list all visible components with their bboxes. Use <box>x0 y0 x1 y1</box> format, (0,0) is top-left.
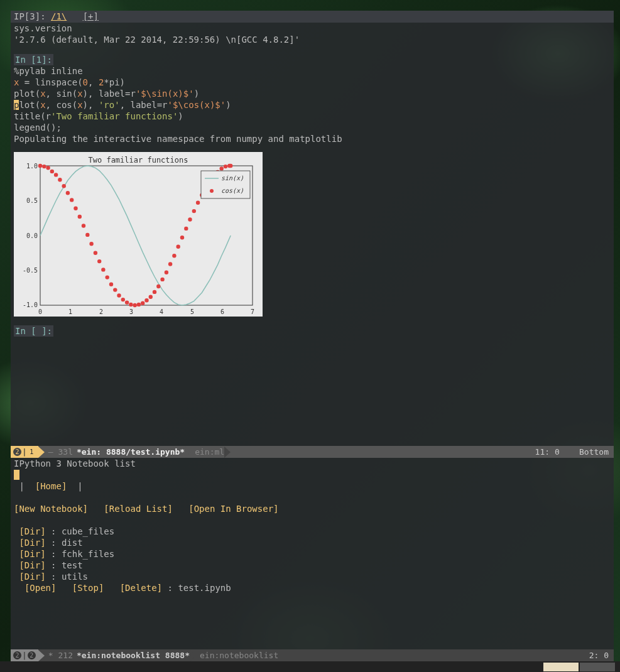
cell-prompt: In [1]: <box>14 54 53 65</box>
svg-text:7: 7 <box>251 308 254 315</box>
svg-point-14 <box>38 164 42 168</box>
svg-text:cos(x): cos(x) <box>221 187 244 194</box>
svg-point-46 <box>165 271 168 274</box>
code-line[interactable]: legend(); <box>14 122 611 133</box>
dir-tag[interactable]: [Dir] <box>19 572 45 582</box>
dir-name[interactable]: fchk_files <box>62 549 114 559</box>
svg-point-31 <box>106 275 109 279</box>
svg-point-28 <box>94 251 97 255</box>
svg-point-49 <box>177 245 180 249</box>
cell-prompt: In [ ]: <box>14 325 53 337</box>
dir-tag[interactable]: [Dir] <box>19 538 45 548</box>
dir-tag[interactable]: [Dir] <box>19 560 45 570</box>
list-item: [Dir] : test <box>14 560 611 571</box>
svg-point-17 <box>50 170 54 173</box>
svg-point-33 <box>113 288 117 291</box>
svg-text:6: 6 <box>220 308 224 315</box>
kernel-indicator[interactable]: /1\ <box>51 11 67 21</box>
svg-point-44 <box>156 285 160 288</box>
powerline-arrow-icon <box>224 447 231 458</box>
dir-name[interactable]: cube_files <box>62 526 114 536</box>
code-line[interactable]: x = linspace(0, 2*pi) <box>14 77 611 88</box>
svg-point-52 <box>188 217 192 221</box>
list-item: [Dir] : dist <box>14 537 611 548</box>
svg-point-16 <box>46 166 50 170</box>
svg-point-63 <box>229 164 232 168</box>
reload-list-button[interactable]: [Reload List] <box>104 504 173 514</box>
taskbar <box>0 661 620 672</box>
empty-cell[interactable]: In [ ]: <box>11 325 614 348</box>
svg-text:0.0: 0.0 <box>26 232 38 239</box>
svg-text:1: 1 <box>68 308 72 315</box>
dir-name[interactable]: utils <box>62 572 88 582</box>
powerline-arrow-icon <box>38 447 45 458</box>
cursor <box>14 470 19 480</box>
svg-point-23 <box>73 207 77 210</box>
open-notebook-button[interactable]: [Open] <box>24 583 57 593</box>
add-cell-button[interactable]: [+] <box>83 11 99 21</box>
notebook-filename[interactable]: test.ipynb <box>178 583 231 593</box>
svg-text:-1.0: -1.0 <box>23 301 38 308</box>
dir-tag[interactable]: [Dir] <box>19 526 45 536</box>
taskbar-button[interactable] <box>580 663 615 671</box>
modified-indicator: — 33l <box>45 446 77 458</box>
matplotlib-figure: Two familiar functions 1.0 0.5 0.0 -0.5 … <box>14 152 263 317</box>
notebooklist-window[interactable]: IPython 3 Notebook list | [Home] | [New … <box>11 458 614 649</box>
svg-point-51 <box>184 227 188 230</box>
dir-tag[interactable]: [Dir] <box>19 549 45 559</box>
dir-name[interactable]: dist <box>62 538 83 548</box>
svg-point-25 <box>82 224 85 227</box>
powerline-arrow-icon <box>185 447 191 458</box>
buffer-name[interactable]: *ein: 8888/test.ipynb* <box>77 446 185 458</box>
major-mode: ein:notebooklist <box>196 649 282 661</box>
svg-point-37 <box>129 303 133 306</box>
svg-point-42 <box>149 295 153 299</box>
dir-name[interactable]: test <box>62 560 83 570</box>
svg-point-50 <box>180 236 184 239</box>
svg-point-20 <box>62 184 66 188</box>
output-line: sys.version <box>14 23 611 34</box>
code-line[interactable]: %pylab inline <box>14 65 611 77</box>
buffer-name[interactable]: *ein:notebooklist 8888* <box>77 649 190 661</box>
svg-point-38 <box>133 303 137 307</box>
list-item: [Dir] : cube_files <box>14 526 611 537</box>
output-line: '2.7.6 (default, Mar 22 2014, 22:59:56) … <box>14 34 611 45</box>
svg-point-19 <box>58 178 62 182</box>
cell-output: Populating the interactive namespace fro… <box>14 133 611 144</box>
svg-point-35 <box>121 298 125 301</box>
delete-notebook-button[interactable]: [Delete] <box>120 583 162 593</box>
breadcrumb-home[interactable]: [Home] <box>35 481 67 491</box>
svg-point-24 <box>78 215 82 219</box>
svg-point-48 <box>172 254 176 257</box>
emacs-frame: IP[3]: /1\ [+] sys.version '2.7.6 (defau… <box>11 11 614 661</box>
svg-point-41 <box>144 298 148 302</box>
svg-point-36 <box>125 300 129 304</box>
stop-notebook-button[interactable]: [Stop] <box>72 583 104 593</box>
svg-text:3: 3 <box>129 308 133 315</box>
new-notebook-button[interactable]: [New Notebook] <box>14 504 88 514</box>
code-line[interactable]: title(r'Two familiar functions') <box>14 111 611 122</box>
svg-point-60 <box>220 166 224 170</box>
svg-point-67 <box>210 189 214 193</box>
svg-text:5: 5 <box>190 308 194 315</box>
notebook-editor-window[interactable]: IP[3]: /1\ [+] sys.version '2.7.6 (defau… <box>11 11 614 446</box>
list-item: [Dir] : utils <box>14 571 611 582</box>
svg-point-18 <box>54 173 58 176</box>
cell-1[interactable]: In [1]: %pylab inline x = linspace(0, 2*… <box>11 54 614 144</box>
svg-point-47 <box>168 262 172 266</box>
svg-point-45 <box>160 278 164 281</box>
code-line[interactable]: plot(x, sin(x), label=r'$\sin(x)$') <box>14 88 611 99</box>
svg-text:1.0: 1.0 <box>26 163 38 170</box>
cell-output-prev: sys.version '2.7.6 (default, Mar 22 2014… <box>11 23 614 45</box>
code-line[interactable]: plot(x, cos(x), 'ro', label=r'$\cos(x)$'… <box>14 99 611 111</box>
svg-point-27 <box>89 242 93 246</box>
taskbar-button[interactable] <box>543 663 579 671</box>
svg-point-21 <box>66 191 70 195</box>
cursor-position: 2: 0 <box>589 649 609 661</box>
svg-point-54 <box>196 201 200 205</box>
empty-code-line[interactable] <box>14 337 611 348</box>
open-in-browser-button[interactable]: [Open In Browser] <box>188 504 278 514</box>
powerline-arrow-icon <box>38 650 45 661</box>
svg-point-15 <box>42 165 46 168</box>
list-item: [Dir] : fchk_files <box>14 548 611 560</box>
